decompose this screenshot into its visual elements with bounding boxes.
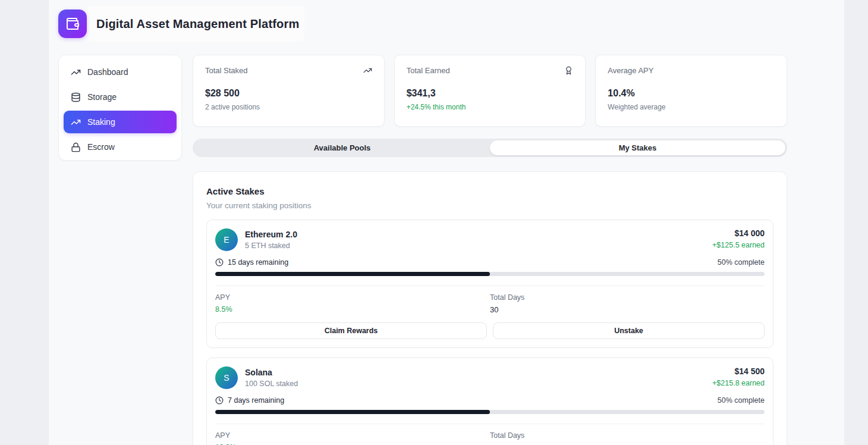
- progress-fill: [215, 410, 490, 414]
- clock-icon: [215, 396, 224, 405]
- sidebar-item-storage[interactable]: Storage: [64, 86, 177, 108]
- clock-icon: [215, 258, 224, 267]
- tab-available-pools[interactable]: Available Pools: [194, 140, 490, 155]
- stat-subtitle: 2 active positions: [205, 103, 372, 111]
- total-days-label: Total Days: [490, 431, 765, 440]
- stake-amount: 100 SOL staked: [245, 380, 298, 388]
- days-remaining: 7 days remaining: [228, 396, 284, 405]
- sidebar-item-label: Staking: [87, 117, 115, 127]
- stat-value: $28 500: [205, 88, 372, 99]
- award-icon: [564, 66, 573, 75]
- stat-card-average-apy: Average APY 10.4% Weighted average: [595, 55, 787, 127]
- stake-earned: +$125.5 earned: [712, 241, 765, 249]
- app-logo: [58, 10, 87, 38]
- stake-name: Solana: [245, 368, 298, 377]
- stake-name: Ethereum 2.0: [245, 230, 297, 239]
- sidebar-item-label: Dashboard: [87, 67, 128, 77]
- stake-earned: +$215.8 earned: [712, 379, 765, 387]
- sidebar-item-staking[interactable]: Staking: [64, 111, 177, 133]
- tab-my-stakes[interactable]: My Stakes: [490, 140, 785, 155]
- unstake-button[interactable]: Unstake: [493, 322, 765, 339]
- trending-up-icon: [71, 117, 81, 127]
- avatar: E: [215, 228, 238, 251]
- claim-rewards-button[interactable]: Claim Rewards: [215, 322, 487, 339]
- stat-subtitle: +24.5% this month: [407, 103, 574, 111]
- percent-complete: 50% complete: [718, 396, 765, 405]
- sidebar-item-label: Escrow: [87, 142, 115, 152]
- stat-value: 10.4%: [608, 88, 775, 99]
- lock-icon: [71, 142, 81, 152]
- wallet-icon: [65, 17, 80, 31]
- panel-title: Active Stakes: [206, 186, 773, 196]
- days-remaining: 15 days remaining: [228, 258, 288, 267]
- page-title: Digital Asset Management Platform: [96, 17, 299, 31]
- trending-up-icon: [71, 67, 81, 77]
- stats-row: Total Staked $28 500 2 active positions …: [193, 55, 787, 127]
- apy-value: 8.5%: [215, 305, 490, 314]
- active-stakes-panel: Active Stakes Your current staking posit…: [193, 171, 787, 445]
- stat-label: Average APY: [608, 66, 653, 75]
- progress-bar: [215, 410, 765, 414]
- apy-label: APY: [215, 293, 490, 302]
- stake-amount: 5 ETH staked: [245, 242, 297, 250]
- sidebar-item-escrow[interactable]: Escrow: [64, 136, 177, 158]
- app-header: Digital Asset Management Platform: [58, 10, 835, 38]
- stat-card-total-staked: Total Staked $28 500 2 active positions: [193, 55, 385, 127]
- token-symbol: S: [224, 373, 229, 383]
- app-container: Digital Asset Management Platform Dashbo…: [49, 0, 844, 445]
- stat-label: Total Earned: [407, 66, 450, 75]
- progress-fill: [215, 272, 490, 276]
- stake-card-ethereum: E Ethereum 2.0 5 ETH staked $14 000 +$12…: [206, 220, 773, 348]
- avatar: S: [215, 366, 238, 389]
- percent-complete: 50% complete: [718, 258, 765, 267]
- stake-value: $14 500: [712, 366, 765, 376]
- total-days-value: 30: [490, 305, 765, 314]
- stat-value: $341,3: [407, 88, 574, 99]
- stat-card-total-earned: Total Earned $341,3 +24.5% this month: [394, 55, 586, 127]
- layout: Dashboard Storage Staking Escrow: [58, 55, 835, 445]
- token-symbol: E: [224, 235, 229, 245]
- trending-up-icon: [363, 66, 372, 75]
- database-icon: [71, 92, 81, 102]
- stake-card-solana: S Solana 100 SOL staked $14 500 +$215.8 …: [206, 358, 773, 445]
- sidebar: Dashboard Storage Staking Escrow: [58, 55, 182, 161]
- sidebar-item-dashboard[interactable]: Dashboard: [64, 61, 177, 83]
- tab-bar: Available Pools My Stakes: [193, 139, 787, 157]
- stake-value: $14 000: [712, 228, 765, 238]
- stat-subtitle: Weighted average: [608, 103, 775, 111]
- progress-bar: [215, 272, 765, 276]
- main-content: Total Staked $28 500 2 active positions …: [193, 55, 787, 445]
- stat-label: Total Staked: [205, 66, 248, 75]
- sidebar-item-label: Storage: [87, 92, 117, 102]
- apy-label: APY: [215, 431, 490, 440]
- total-days-label: Total Days: [490, 293, 765, 302]
- panel-subtitle: Your current staking positions: [206, 201, 773, 210]
